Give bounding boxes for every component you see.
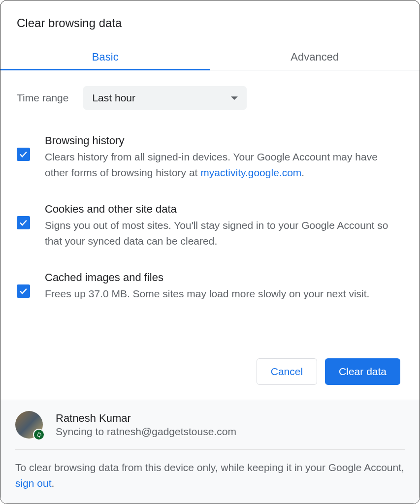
myactivity-link[interactable]: myactivity.google.com [200, 167, 301, 178]
tab-advanced[interactable]: Advanced [210, 44, 420, 70]
option-cookies: Cookies and other site data Signs you ou… [17, 203, 403, 249]
dialog-title: Clear browsing data [0, 0, 420, 30]
check-icon [19, 286, 28, 296]
option-title: Cookies and other site data [45, 203, 403, 216]
time-range-value: Last hour [92, 92, 135, 104]
option-title: Browsing history [45, 134, 403, 147]
footer-note: To clear browsing data from this device … [15, 460, 405, 491]
option-text: Cookies and other site data Signs you ou… [45, 203, 403, 249]
dialog-footer: Ratnesh Kumar Syncing to ratnesh@gadgets… [0, 400, 420, 504]
option-description: Frees up 37.0 MB. Some sites may load mo… [45, 286, 403, 302]
sign-out-link[interactable]: sign out [15, 477, 52, 489]
avatar-wrap [15, 411, 43, 439]
option-text: Browsing history Clears history from all… [45, 134, 403, 180]
clear-browsing-data-dialog: Clear browsing data Basic Advanced Time … [0, 0, 420, 504]
options-list: Browsing history Clears history from all… [17, 134, 403, 324]
profile-name: Ratnesh Kumar [56, 412, 236, 425]
tabs: Basic Advanced [0, 44, 420, 70]
profile-row: Ratnesh Kumar Syncing to ratnesh@gadgets… [15, 411, 405, 450]
checkbox-browsing-history[interactable] [17, 148, 30, 161]
option-description: Signs you out of most sites. You'll stay… [45, 218, 403, 249]
sync-icon [36, 432, 42, 438]
dialog-body: Time range Last hour Browsing history Cl… [0, 70, 420, 400]
profile-info: Ratnesh Kumar Syncing to ratnesh@gadgets… [56, 412, 236, 438]
clear-data-button[interactable]: Clear data [325, 358, 400, 385]
time-range-select[interactable]: Last hour [83, 86, 247, 110]
option-browsing-history: Browsing history Clears history from all… [17, 134, 403, 180]
option-cached: Cached images and files Frees up 37.0 MB… [17, 271, 403, 302]
cancel-button[interactable]: Cancel [257, 358, 317, 385]
sync-badge [33, 429, 45, 441]
option-title: Cached images and files [45, 271, 403, 284]
option-text: Cached images and files Frees up 37.0 MB… [45, 271, 403, 302]
tab-basic[interactable]: Basic [0, 44, 210, 70]
profile-sync-status: Syncing to ratnesh@gadgetstouse.com [56, 426, 236, 438]
time-range-row: Time range Last hour [17, 86, 403, 110]
option-description: Clears history from all signed-in device… [45, 149, 403, 180]
checkbox-cookies[interactable] [17, 216, 30, 229]
dialog-actions: Cancel Clear data [17, 358, 403, 400]
chevron-down-icon [231, 96, 238, 100]
check-icon [19, 218, 28, 227]
check-icon [19, 150, 28, 159]
time-range-label: Time range [17, 92, 68, 104]
checkbox-cached[interactable] [17, 284, 30, 298]
